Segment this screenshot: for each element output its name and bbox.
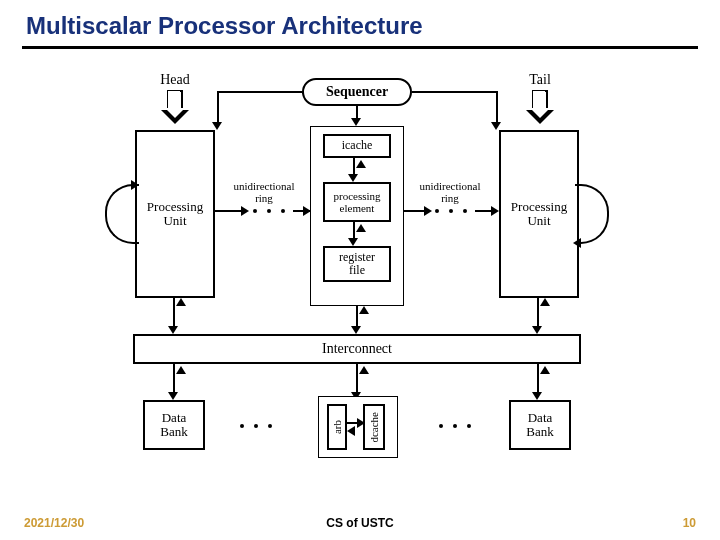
footer-page: 10 — [683, 516, 696, 530]
curl-left — [105, 184, 139, 244]
data-bank-right: Data Bank — [509, 400, 571, 450]
head-label: Head — [145, 72, 205, 88]
architecture-diagram: Head Tail Sequencer Processing Unit Proc… — [95, 72, 615, 492]
interconnect-box: Interconnect — [133, 334, 581, 364]
processing-unit-right: Processing Unit — [499, 130, 579, 298]
seq-to-left-v — [217, 91, 219, 125]
dcache-box: dcache — [363, 404, 385, 450]
page-title: Multiscalar Processor Architecture — [26, 12, 423, 40]
icache-box: icache — [323, 134, 391, 158]
processing-element-box: processing element — [323, 182, 391, 222]
tail-label: Tail — [510, 72, 570, 88]
processing-unit-left: Processing Unit — [135, 130, 215, 298]
seq-to-left-h — [217, 91, 303, 93]
seq-to-right-h — [412, 91, 498, 93]
ring-label-right: unidirectional ring — [407, 180, 493, 204]
seq-to-right-v — [496, 91, 498, 125]
curl-right — [575, 184, 609, 244]
title-rule — [22, 46, 698, 49]
register-file-box: register file — [323, 246, 391, 282]
footer-center: CS of USTC — [326, 516, 393, 530]
sequencer-box: Sequencer — [302, 78, 412, 106]
seq-to-center-arrow — [351, 118, 361, 126]
arb-box: arb — [327, 404, 347, 450]
dots-bottom-right — [439, 424, 471, 428]
data-bank-left: Data Bank — [143, 400, 205, 450]
ring-label-left: unidirectional ring — [221, 180, 307, 204]
seq-to-right-arrow — [491, 122, 501, 130]
dots-bottom-left — [240, 424, 272, 428]
seq-to-left-arrow — [212, 122, 222, 130]
footer-date: 2021/12/30 — [24, 516, 84, 530]
